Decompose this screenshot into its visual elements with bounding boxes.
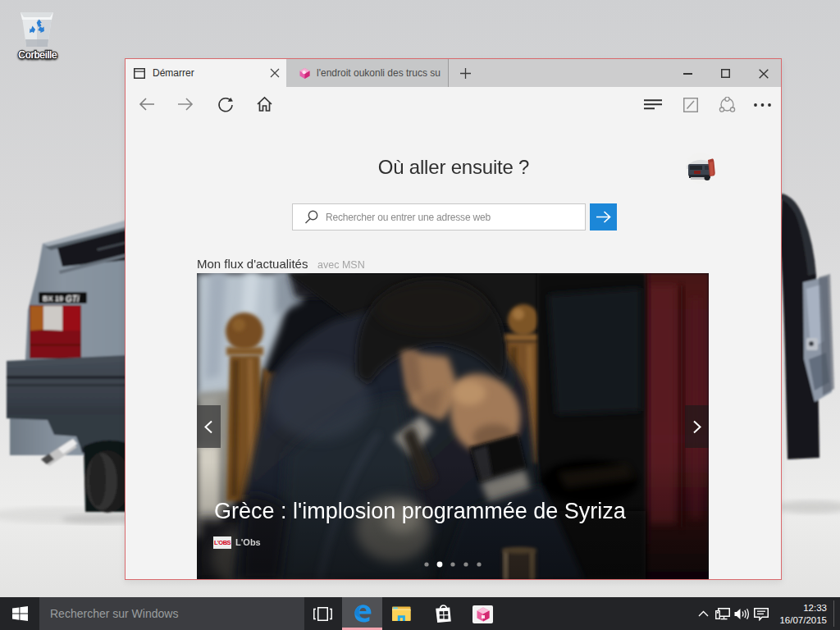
- svg-text:Corbeille: Corbeille: [18, 49, 57, 61]
- svg-text:GTi: GTi: [66, 294, 80, 304]
- svg-text:BX 19: BX 19: [43, 294, 63, 303]
